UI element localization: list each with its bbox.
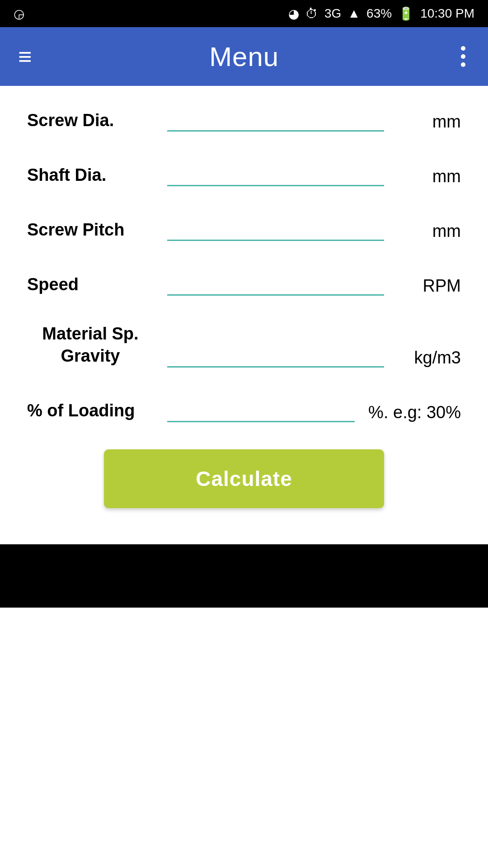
material-sp-gravity-row: Material Sp.Gravity kg/m3 bbox=[27, 323, 461, 372]
speed-input[interactable] bbox=[167, 268, 384, 296]
screw-dia-row: Screw Dia. mm bbox=[27, 104, 461, 136]
percent-loading-row: % of Loading %. e.g: 30% bbox=[27, 395, 461, 427]
screw-dia-input[interactable] bbox=[167, 104, 384, 132]
shaft-dia-input-wrapper bbox=[167, 159, 384, 186]
app-bar: ≡ Menu bbox=[0, 27, 488, 86]
screw-pitch-input[interactable] bbox=[167, 213, 384, 241]
form-container: Screw Dia. mm Shaft Dia. mm Screw Pitch … bbox=[0, 86, 488, 535]
percent-loading-unit: %. e.g: 30% bbox=[368, 403, 461, 422]
percent-loading-input[interactable] bbox=[167, 395, 355, 422]
speed-label: Speed bbox=[27, 274, 154, 296]
speed-row: Speed RPM bbox=[27, 268, 461, 300]
status-bar: ◶ ◕ ⏱ 3G ▲ 63% 🔋 10:30 PM bbox=[0, 0, 488, 27]
speed-unit: RPM bbox=[398, 276, 461, 296]
screw-pitch-row: Screw Pitch mm bbox=[27, 213, 461, 245]
shaft-dia-label: Shaft Dia. bbox=[27, 164, 154, 186]
speed-input-wrapper bbox=[167, 268, 384, 296]
material-sp-gravity-unit: kg/m3 bbox=[398, 348, 461, 368]
percent-loading-label: % of Loading bbox=[27, 400, 154, 422]
hamburger-menu-icon[interactable]: ≡ bbox=[18, 45, 32, 68]
more-options-icon[interactable] bbox=[456, 42, 470, 71]
material-sp-gravity-input-wrapper bbox=[167, 340, 384, 368]
screw-dia-input-wrapper bbox=[167, 104, 384, 132]
bottom-bar bbox=[0, 544, 488, 608]
network-label: 3G bbox=[324, 6, 341, 21]
status-bar-left: ◶ bbox=[14, 6, 24, 21]
screw-pitch-label: Screw Pitch bbox=[27, 219, 154, 241]
material-sp-gravity-input[interactable] bbox=[167, 340, 384, 368]
status-bar-right: ◕ ⏱ 3G ▲ 63% 🔋 10:30 PM bbox=[288, 6, 474, 21]
alarm-icon: ⏱ bbox=[305, 6, 318, 21]
battery-percent: 63% bbox=[366, 6, 392, 21]
signal-icon: ◕ bbox=[288, 6, 299, 21]
screw-pitch-input-wrapper bbox=[167, 213, 384, 241]
screw-pitch-unit: mm bbox=[398, 222, 461, 241]
calculate-button[interactable]: Calculate bbox=[104, 449, 384, 508]
screw-dia-label: Screw Dia. bbox=[27, 109, 154, 132]
shaft-dia-row: Shaft Dia. mm bbox=[27, 159, 461, 191]
shaft-dia-unit: mm bbox=[398, 167, 461, 186]
shaft-dia-input[interactable] bbox=[167, 159, 384, 186]
material-sp-gravity-label: Material Sp.Gravity bbox=[27, 323, 154, 368]
battery-icon: 🔋 bbox=[398, 6, 414, 21]
screw-dia-unit: mm bbox=[398, 112, 461, 132]
time-display: 10:30 PM bbox=[420, 6, 474, 21]
percent-loading-input-wrapper bbox=[167, 395, 355, 422]
photo-icon: ◶ bbox=[14, 6, 24, 21]
app-title: Menu bbox=[209, 41, 279, 72]
signal-bars: ▲ bbox=[347, 6, 360, 21]
